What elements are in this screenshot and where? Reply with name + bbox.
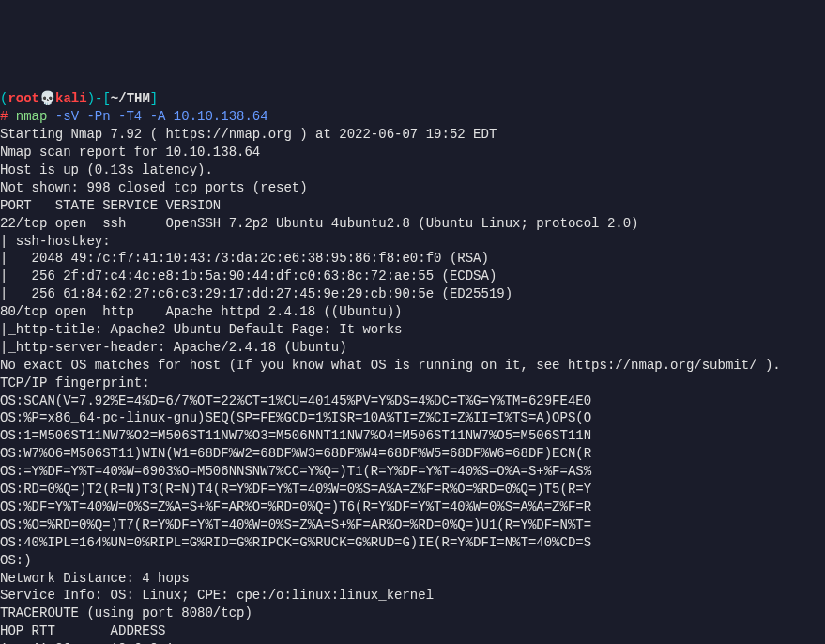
ssh-hostkey: | ssh-hostkey: — [0, 233, 825, 251]
hop-1: 1 41.26 ms 10.6.0.1 — [0, 640, 825, 644]
prompt-close: )- — [87, 91, 103, 106]
ecdsa-key: | 256 2f:d7:c4:4c:e8:1b:5a:90:44:df:c0:6… — [0, 268, 825, 285]
shell-prompt: (root💀kali)-[~/THM] — [0, 91, 158, 106]
ed25519-key: |_ 256 61:84:62:27:c6:c3:29:17:dd:27:45:… — [0, 285, 825, 303]
nmap-start: Starting Nmap 7.92 ( https://nmap.org ) … — [0, 126, 825, 144]
command-args: -sV -Pn -T4 -A 10.10.138.64 — [47, 109, 267, 124]
os-fp-10: OS:) — [0, 552, 825, 570]
traceroute-header: TRACEROUTE (using port 8080/tcp) — [0, 605, 825, 622]
hop-header: HOP RTT ADDRESS — [0, 622, 825, 640]
port-80: 80/tcp open http Apache httpd 2.4.18 ((U… — [0, 303, 825, 321]
os-fp-9: OS:40%IPL=164%UN=0%RIPL=G%RID=G%RIPCK=G%… — [0, 534, 825, 552]
prompt-user: root — [8, 91, 39, 106]
http-server: |_http-server-header: Apache/2.4.18 (Ubu… — [0, 339, 825, 357]
command-name: nmap — [16, 109, 48, 124]
os-fp-8: OS:%O=%RD=0%Q=)T7(R=Y%DF=Y%T=40%W=0%S=Z%… — [0, 516, 825, 534]
skull-icon: 💀 — [39, 91, 55, 106]
os-fp-6: OS:RD=0%Q=)T2(R=N)T3(R=N)T4(R=Y%DF=Y%T=4… — [0, 481, 825, 498]
os-fp-4: OS:W7%O6=M506ST11)WIN(W1=68DF%W2=68DF%W3… — [0, 445, 825, 463]
path-close: ] — [150, 91, 158, 106]
host-up: Host is up (0.13s latency). — [0, 161, 825, 179]
prompt-hash: # — [0, 109, 16, 124]
os-fp-2: OS:%P=x86_64-pc-linux-gnu)SEQ(SP=FE%GCD=… — [0, 409, 825, 427]
http-title: |_http-title: Apache2 Ubuntu Default Pag… — [0, 321, 825, 339]
command-line[interactable]: # nmap -sV -Pn -T4 -A 10.10.138.64 — [0, 109, 268, 124]
path-open: [ — [102, 91, 110, 106]
scan-report: Nmap scan report for 10.10.138.64 — [0, 144, 825, 161]
fingerprint-header: TCP/IP fingerprint: — [0, 375, 825, 392]
port-22: 22/tcp open ssh OpenSSH 7.2p2 Ubuntu 4ub… — [0, 215, 825, 233]
prompt-host: kali — [55, 91, 87, 106]
os-fp-3: OS:1=M506ST11NW7%O2=M506ST11NW7%O3=M506N… — [0, 427, 825, 445]
terminal-output[interactable]: (root💀kali)-[~/THM] # nmap -sV -Pn -T4 -… — [0, 73, 825, 644]
network-distance: Network Distance: 4 hops — [0, 570, 825, 588]
os-fp-5: OS:=Y%DF=Y%T=40%W=6903%O=M506NNSNW7%CC=Y… — [0, 463, 825, 481]
os-fp-1: OS:SCAN(V=7.92%E=4%D=6/7%OT=22%CT=1%CU=4… — [0, 392, 825, 410]
os-fp-7: OS:%DF=Y%T=40%W=0%S=Z%A=S+%F=AR%O=%RD=0%… — [0, 498, 825, 516]
os-match: No exact OS matches for host (If you kno… — [0, 357, 825, 375]
rsa-key: | 2048 49:7c:f7:41:10:43:73:da:2c:e6:38:… — [0, 250, 825, 268]
prompt-path: ~/THM — [111, 91, 150, 106]
port-header: PORT STATE SERVICE VERSION — [0, 197, 825, 215]
service-info: Service Info: OS: Linux; CPE: cpe:/o:lin… — [0, 587, 825, 605]
not-shown: Not shown: 998 closed tcp ports (reset) — [0, 179, 825, 197]
